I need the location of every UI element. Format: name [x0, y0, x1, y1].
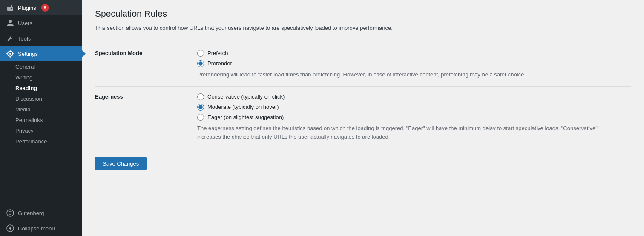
speculation-mode-label: Speculation Mode: [95, 50, 142, 56]
collapse-icon: [6, 224, 14, 233]
speculation-mode-description: Prerendering will lead to faster load ti…: [197, 70, 606, 79]
main-content: Speculation Rules This section allows yo…: [82, 0, 644, 236]
prefetch-option[interactable]: Prefetch: [197, 50, 627, 57]
svg-rect-3: [10, 57, 11, 58]
users-icon: [6, 19, 14, 27]
sidebar-subitem-discussion[interactable]: Discussion: [0, 93, 82, 104]
sidebar-item-gutenberg[interactable]: Gutenberg: [0, 205, 82, 221]
eager-option[interactable]: Eager (on slightest suggestion): [197, 114, 627, 121]
sidebar-subitem-media[interactable]: Media: [0, 104, 82, 115]
section-description: This section allows you to control how U…: [95, 24, 631, 33]
sidebar-subitem-reading[interactable]: Reading: [0, 83, 82, 93]
sidebar-tools-label: Tools: [18, 35, 31, 42]
sidebar-subitem-privacy[interactable]: Privacy: [0, 125, 82, 136]
conservative-label: Conservative (typically on click): [207, 93, 285, 100]
sidebar-subitem-writing[interactable]: Writing: [0, 72, 82, 83]
sidebar-settings-label: Settings: [18, 51, 38, 57]
eagerness-controls: Conservative (typically on click) Modera…: [193, 86, 631, 149]
gutenberg-label: Gutenberg: [18, 210, 44, 216]
prerender-option[interactable]: Prerender: [197, 60, 627, 67]
sidebar-item-users[interactable]: Users: [0, 15, 82, 31]
eagerness-label: Eagerness: [95, 93, 123, 100]
svg-rect-1: [13, 53, 14, 54]
conservative-option[interactable]: Conservative (typically on click): [197, 93, 627, 100]
sidebar-subitem-general[interactable]: General: [0, 61, 82, 72]
prefetch-label: Prefetch: [207, 50, 228, 56]
sidebar-subitem-permalinks[interactable]: Permalinks: [0, 115, 82, 125]
eagerness-description: The eagerness setting defines the heuris…: [197, 124, 606, 142]
page-title: Speculation Rules: [95, 9, 631, 19]
speculation-mode-label-cell: Speculation Mode: [95, 43, 193, 86]
table-row: Eagerness Conservative (typically on cli…: [95, 86, 631, 149]
prerender-label: Prerender: [207, 60, 232, 67]
moderate-radio[interactable]: [197, 104, 204, 111]
prerender-radio[interactable]: [197, 60, 204, 67]
sidebar-item-collapse[interactable]: Collapse menu: [0, 221, 82, 236]
plugin-icon: [6, 3, 14, 12]
gutenberg-icon: [6, 209, 14, 217]
sidebar-item-settings[interactable]: Settings: [0, 46, 82, 61]
sidebar-bottom: Gutenberg Collapse menu: [0, 205, 82, 236]
eagerness-label-cell: Eagerness: [95, 86, 193, 149]
sidebar-plugins-label: Plugins: [18, 5, 36, 11]
moderate-option[interactable]: Moderate (typically on hover): [197, 104, 627, 111]
save-button[interactable]: Save Changes: [95, 157, 147, 170]
moderate-label: Moderate (typically on hover): [207, 104, 279, 110]
eager-label: Eager (on slightest suggestion): [207, 114, 284, 120]
sidebar: Plugins 8 Users Tools Settin: [0, 0, 82, 236]
speculation-mode-controls: Prefetch Prerender Prerendering will lea…: [193, 43, 631, 86]
svg-rect-2: [10, 50, 11, 51]
eager-radio[interactable]: [197, 114, 204, 121]
settings-table: Speculation Mode Prefetch Prerender Prer…: [95, 43, 631, 149]
sidebar-item-plugins[interactable]: Plugins 8: [0, 0, 82, 15]
conservative-radio[interactable]: [197, 93, 204, 100]
table-row: Speculation Mode Prefetch Prerender Prer…: [95, 43, 631, 86]
sidebar-subitem-performance[interactable]: Performance: [0, 136, 82, 147]
prefetch-radio[interactable]: [197, 50, 204, 57]
sidebar-item-tools[interactable]: Tools: [0, 31, 82, 46]
svg-rect-0: [6, 53, 7, 54]
settings-icon: [6, 50, 14, 58]
collapse-label: Collapse menu: [18, 225, 55, 232]
sidebar-users-label: Users: [18, 20, 32, 26]
settings-submenu: General Writing Reading Discussion Media…: [0, 61, 82, 147]
plugins-badge: 8: [41, 4, 49, 12]
tools-icon: [6, 34, 14, 43]
